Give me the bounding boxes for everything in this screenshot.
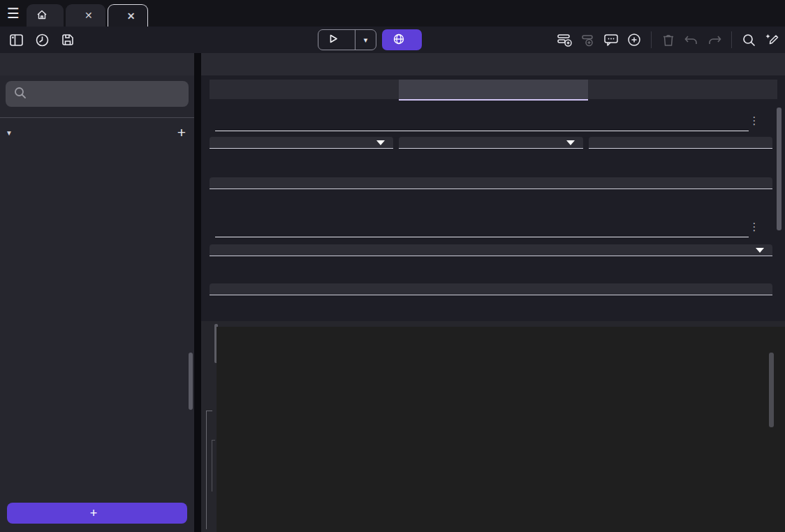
toolbar-right-group (556, 27, 781, 53)
code-scrollbar[interactable] (769, 353, 774, 427)
add-function-icon[interactable]: + (177, 124, 186, 141)
toolbar-divider (651, 31, 652, 48)
home-icon (36, 9, 47, 22)
tab-object-groups[interactable] (588, 80, 777, 99)
project-manager-icon[interactable] (7, 31, 25, 49)
add-more-events-icon[interactable] (625, 31, 643, 49)
close-tab-icon[interactable]: ✕ (82, 8, 96, 22)
parameter-1-name-input[interactable] (215, 114, 749, 131)
undo-icon[interactable] (682, 31, 700, 49)
configuration-tabs (210, 80, 777, 99)
functions-section-header[interactable]: ▼ + (0, 121, 194, 145)
javascript-code-block (201, 321, 785, 532)
parameter-2-menu-icon[interactable]: ⋮ (749, 221, 760, 233)
tab-boidsmovement[interactable]: ✕ (66, 4, 105, 27)
dropdown-caret-icon (376, 140, 385, 145)
close-tab-icon[interactable]: ✕ (124, 9, 138, 23)
toolbar-left-group (7, 27, 77, 53)
functions-sidebar: ▼ + + (0, 53, 194, 532)
add-new-function-button[interactable]: + (7, 503, 187, 524)
event-indent-guide (212, 440, 215, 492)
plus-icon: + (90, 506, 98, 521)
preview-dropdown-button[interactable]: ▾ (355, 29, 376, 50)
share-button[interactable] (382, 29, 422, 50)
parameter-1-label-row (210, 177, 772, 189)
add-comment-icon[interactable] (602, 31, 620, 49)
type-select[interactable] (210, 244, 772, 256)
collapse-triangle-icon[interactable]: ▼ (6, 129, 13, 137)
play-icon (328, 34, 339, 46)
parameter-2-name-input[interactable] (215, 220, 749, 237)
gdevelop-window: ☰ ✕ ✕ (0, 0, 785, 532)
list-divider (0, 117, 194, 118)
label-field[interactable] (210, 283, 772, 295)
window-controls (693, 0, 785, 27)
dropdown-caret-icon (756, 248, 764, 253)
search-icon (14, 87, 27, 102)
maximize-button[interactable] (724, 0, 754, 27)
main-toolbar: ▾ (0, 27, 785, 53)
parameter-2-label-row (210, 283, 772, 295)
type-select[interactable] (210, 137, 393, 149)
panel-scrollbar[interactable] (777, 108, 782, 230)
code-editor[interactable] (217, 327, 785, 532)
sidebar-title (0, 53, 194, 75)
search-input[interactable] (34, 88, 180, 101)
chevron-down-icon: ▾ (364, 36, 368, 45)
search-icon[interactable] (740, 31, 758, 49)
panel-title (201, 53, 785, 75)
parameter-1-menu-icon[interactable]: ⋮ (749, 114, 760, 127)
title-bar: ☰ ✕ ✕ (0, 0, 785, 27)
delete-icon[interactable] (659, 31, 677, 49)
parameter-2-header (210, 216, 749, 237)
minimize-button[interactable] (693, 0, 724, 27)
window-tabs: ✕ ✕ (27, 0, 148, 27)
identifier-name-field[interactable] (589, 137, 772, 149)
redo-icon[interactable] (705, 31, 724, 49)
scope-select[interactable] (399, 137, 582, 149)
edit-mode-icon[interactable] (763, 31, 781, 49)
globe-icon (393, 34, 404, 47)
preview-button-main[interactable] (318, 34, 355, 46)
tab-home[interactable] (27, 4, 64, 27)
search-box[interactable] (6, 81, 189, 107)
parameter-2-fields (210, 244, 772, 256)
function-configuration-panel: ⋮ (201, 53, 785, 532)
parameter-1-header (210, 110, 749, 131)
parameter-1-fields (210, 137, 772, 149)
menu-icon[interactable]: ☰ (0, 0, 27, 27)
tab-parameters[interactable] (399, 80, 588, 99)
toolbar-divider (731, 31, 732, 48)
dropdown-caret-icon (566, 140, 575, 145)
function-list: ▼ + (0, 114, 194, 494)
history-icon[interactable] (33, 31, 51, 49)
save-icon[interactable] (59, 31, 77, 49)
preview-button[interactable]: ▾ (318, 29, 376, 50)
add-event-icon[interactable] (556, 31, 574, 49)
tab-curvedmovement[interactable]: ✕ (108, 4, 149, 27)
tab-configuration[interactable] (210, 80, 399, 99)
close-button[interactable] (754, 0, 785, 27)
add-subevent-icon[interactable] (579, 31, 597, 49)
label-field[interactable] (210, 177, 772, 189)
sidebar-scrollbar[interactable] (189, 353, 193, 410)
toolbar-center-group: ▾ (318, 29, 422, 50)
